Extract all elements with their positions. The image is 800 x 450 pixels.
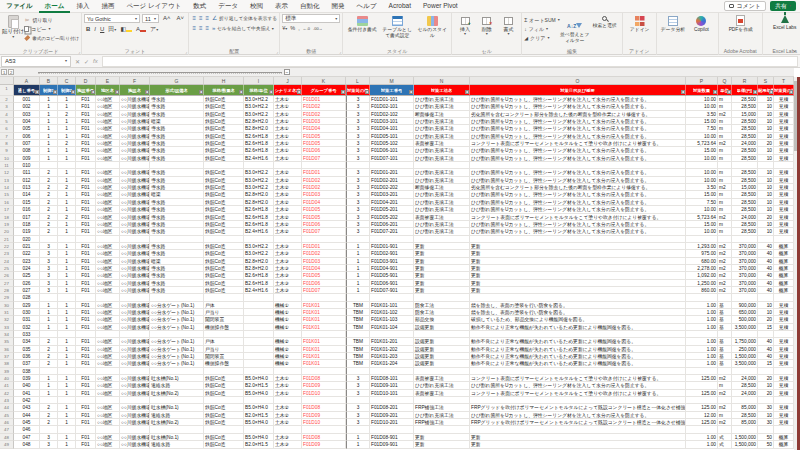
font-color-button[interactable]: A [134, 25, 148, 34]
cell[interactable]: m2 [718, 419, 732, 426]
cell[interactable]: 土木① [274, 103, 302, 110]
cell[interactable]: m [718, 118, 732, 125]
cell[interactable]: ○○川揚水機場 [120, 360, 150, 367]
cell[interactable]: ○○分水ゲート(No.1) [150, 316, 204, 323]
cell[interactable]: B2.6×H1.8 [244, 206, 274, 213]
cell[interactable]: 10 [758, 309, 774, 316]
cell[interactable]: 1 [58, 324, 76, 331]
cell[interactable]: 鉄筋Co造 [204, 375, 244, 382]
cell[interactable]: 3 [346, 390, 370, 397]
cell[interactable]: 戸体 [204, 338, 244, 345]
cell[interactable]: 土木② [274, 169, 302, 176]
cell[interactable]: m [718, 228, 732, 235]
cell[interactable]: 1,500,000 [732, 434, 758, 441]
cell[interactable]: 鉄筋Co造 [204, 206, 244, 213]
cell[interactable]: 1 [346, 272, 370, 279]
cell[interactable]: 1 [58, 309, 76, 316]
filter-button[interactable]: ▾ [115, 90, 120, 95]
row-header[interactable]: 39 [0, 368, 14, 375]
cell[interactable] [76, 426, 96, 433]
bold-button[interactable]: B [84, 25, 92, 34]
cell[interactable]: ○○川揚水機場 [120, 375, 150, 382]
grow-font-button[interactable]: A˄ [161, 14, 173, 23]
cell[interactable] [302, 368, 346, 375]
cell[interactable]: 10 [758, 221, 774, 228]
cell[interactable]: 3 [346, 133, 370, 140]
cell[interactable] [58, 162, 76, 169]
cell[interactable]: ひび割れ充填工法 [414, 206, 470, 213]
cell[interactable]: ○○川揚水機場 [120, 206, 150, 213]
cell[interactable]: 3 [346, 419, 370, 426]
cell[interactable]: 2 [40, 206, 58, 213]
cell[interactable]: 50 [758, 434, 774, 441]
cell[interactable]: 機械② [274, 338, 302, 345]
row-header[interactable]: 47 [0, 426, 14, 433]
filter-button[interactable]: ▾ [727, 90, 732, 95]
cell[interactable]: 24,000 [732, 375, 758, 382]
cell[interactable]: F01D03-901 [370, 258, 414, 265]
cell[interactable]: ○○川揚水機場 [120, 419, 150, 426]
cell[interactable]: ひび割れ箇所をUカットし、弾性シーリング材を注入して水分の浸入を防止する。 [470, 412, 686, 419]
cell[interactable] [204, 331, 244, 338]
cell[interactable]: m [718, 206, 732, 213]
cell[interactable]: 見積 [774, 199, 794, 206]
cell[interactable]: TBM [346, 338, 370, 345]
cell[interactable] [302, 331, 346, 338]
cell[interactable]: 024 [14, 265, 40, 272]
filter-button[interactable]: ▾ [365, 90, 370, 95]
cell[interactable]: 見積 [774, 103, 794, 110]
cell[interactable]: F01D09-901 [370, 441, 414, 448]
cell[interactable]: 概算 [774, 258, 794, 265]
cell[interactable] [470, 331, 686, 338]
cell[interactable]: F01 [76, 118, 96, 125]
cell[interactable]: 見積 [774, 324, 794, 331]
outline-collapse-button[interactable]: − [284, 69, 290, 75]
row-header[interactable]: 17 [0, 206, 14, 213]
cell[interactable]: F01 [76, 404, 96, 411]
cell[interactable]: ○○地区 [96, 140, 120, 147]
cell[interactable] [244, 316, 274, 323]
cell[interactable]: 土木① [274, 111, 302, 118]
cell[interactable]: m2 [718, 272, 732, 279]
cell[interactable] [346, 368, 370, 375]
cell[interactable] [244, 368, 274, 375]
cell[interactable] [414, 426, 470, 433]
cell[interactable]: 土木② [274, 214, 302, 221]
cell[interactable]: 見積 [774, 133, 794, 140]
cell[interactable]: F01D01-201 [370, 169, 414, 176]
column-header[interactable]: グループ番号▾ [302, 85, 346, 96]
cell[interactable] [150, 397, 204, 404]
cell[interactable]: 機械① [274, 316, 302, 323]
column-letter-Q[interactable]: Q [718, 77, 732, 85]
cell[interactable]: ひび割れ箇所をUカットし、弾性シーリング材を注入して水分の浸入を防止する。 [470, 125, 686, 132]
cell[interactable]: 28,500 [732, 147, 758, 154]
cell[interactable]: 008 [14, 147, 40, 154]
cell[interactable]: 3 [346, 382, 370, 389]
cell[interactable]: ○○分水ゲート(No.1) [150, 324, 204, 331]
cell[interactable]: B3.0×H2.2 [244, 96, 274, 103]
cell[interactable]: ひび割れ充填工法 [414, 125, 470, 132]
cell[interactable]: 043 [14, 404, 40, 411]
cell[interactable]: 125.00 [686, 375, 718, 382]
cell[interactable]: 3 [346, 103, 370, 110]
find-select-button[interactable]: 検索と選択 [590, 14, 620, 29]
cell[interactable]: 24,000 [732, 390, 758, 397]
row-header[interactable]: 30 [0, 302, 14, 309]
cell[interactable]: 10 [758, 228, 774, 235]
cell[interactable]: B3.0×H2.2 [244, 250, 274, 257]
cell[interactable] [76, 331, 96, 338]
cell[interactable]: F01D06 [302, 280, 346, 287]
column-letter-I[interactable]: I [244, 77, 274, 85]
cell[interactable]: 3 [40, 243, 58, 250]
cell[interactable]: F01D09 [302, 441, 346, 448]
cell[interactable]: TBM [346, 353, 370, 360]
cell[interactable]: B2.6×H1.8 [244, 272, 274, 279]
cell[interactable] [204, 294, 244, 301]
cell[interactable]: F01 [76, 243, 96, 250]
cell[interactable]: ○○地区 [96, 125, 120, 132]
cell[interactable] [732, 162, 758, 169]
cell[interactable] [414, 397, 470, 404]
increase-decimal-button[interactable]: ←.0 [303, 26, 310, 31]
row-header[interactable]: 12 [0, 169, 14, 176]
cell[interactable]: 006 [14, 133, 40, 140]
